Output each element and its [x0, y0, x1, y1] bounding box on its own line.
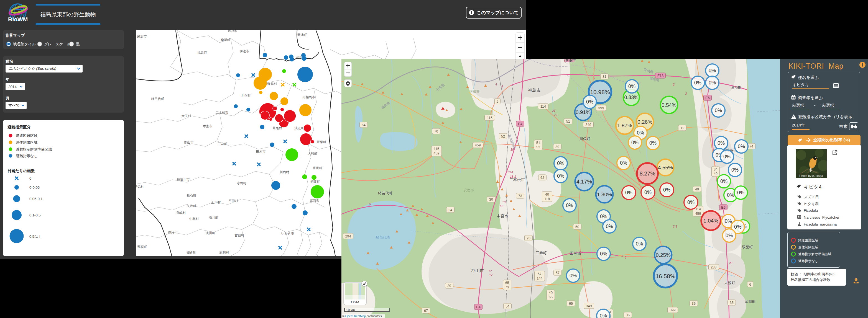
svg-text:福島市: 福島市	[197, 51, 207, 54]
svg-text:0%: 0%	[606, 224, 613, 229]
svg-text:399: 399	[670, 308, 676, 312]
svg-text:114: 114	[540, 105, 546, 108]
svg-text:猪苗代町: 猪苗代町	[151, 97, 164, 101]
svg-text:鮫川村: 鮫川村	[219, 251, 229, 254]
svg-text:本宮市: 本宮市	[203, 125, 213, 128]
svg-text:猪苗代町: 猪苗代町	[378, 191, 393, 195]
svg-text:双葉町: 双葉町	[317, 140, 327, 144]
svg-text:6: 6	[749, 283, 751, 286]
svg-text:石川町: 石川町	[209, 216, 219, 219]
svg-text:51: 51	[536, 141, 540, 145]
svg-text:4: 4	[501, 85, 503, 88]
svg-text:大玉村: 大玉村	[182, 114, 191, 118]
svg-text:0%: 0%	[732, 167, 739, 173]
svg-text:30: 30	[489, 198, 493, 202]
svg-text:那須町: 那須町	[137, 245, 147, 249]
svg-text:0%: 0%	[715, 108, 722, 113]
svg-text:349: 349	[586, 304, 592, 308]
svg-text:0: 0	[29, 176, 31, 180]
svg-text:猪苗代湖: 猪苗代湖	[376, 235, 390, 239]
svg-text:楢葉町: 楢葉町	[310, 180, 320, 183]
svg-text:いわき市: いわき市	[281, 232, 294, 235]
svg-text:17: 17	[488, 270, 492, 273]
svg-text:E4: E4	[476, 305, 480, 309]
svg-text:新地町: 新地町	[732, 85, 742, 90]
svg-text:65: 65	[549, 295, 553, 299]
svg-text:0.05-0.1: 0.05-0.1	[29, 197, 43, 201]
svg-text:棚倉町: 棚倉町	[187, 251, 196, 254]
svg-text:65: 65	[505, 281, 509, 285]
svg-text:36: 36	[626, 313, 630, 317]
svg-text:小野町: 小野町	[237, 182, 247, 185]
svg-text:0.5以上: 0.5以上	[29, 235, 41, 239]
svg-text:0%: 0%	[717, 140, 725, 146]
svg-text:31: 31	[602, 75, 607, 79]
svg-text:54: 54	[505, 305, 509, 308]
svg-text:20: 20	[728, 261, 733, 264]
svg-text:浅川町: 浅川町	[206, 232, 215, 235]
svg-text:0%: 0%	[734, 224, 741, 230]
svg-text:鏡石町: 鏡石町	[187, 194, 196, 197]
svg-text:0%: 0%	[725, 233, 733, 238]
svg-text:3: 3	[685, 92, 687, 95]
svg-text:18: 18	[500, 205, 503, 208]
svg-text:12: 12	[680, 126, 684, 130]
svg-text:0%: 0%	[723, 154, 731, 160]
svg-text:34: 34	[714, 168, 717, 171]
svg-text:黒: 黒	[76, 42, 80, 46]
svg-text:64: 64	[362, 123, 366, 127]
svg-text:0%: 0%	[566, 203, 573, 208]
svg-text:0%: 0%	[663, 187, 671, 192]
svg-text:4.17%: 4.17%	[577, 178, 592, 185]
svg-text:10.98%: 10.98%	[590, 89, 610, 95]
svg-text:0%: 0%	[631, 140, 639, 145]
svg-text:57: 57	[538, 272, 541, 276]
svg-text:0.54%: 0.54%	[661, 102, 677, 108]
svg-text:0%: 0%	[569, 273, 577, 278]
svg-text:57: 57	[556, 271, 560, 275]
svg-text:52: 52	[501, 135, 505, 138]
svg-text:67: 67	[424, 309, 428, 313]
svg-text:泉崎村: 泉崎村	[176, 211, 186, 214]
svg-text:0%: 0%	[628, 83, 636, 89]
svg-text:0%: 0%	[586, 99, 593, 105]
svg-text:17: 17	[489, 274, 493, 277]
svg-text:© OpenStreetMap contributors: © OpenStreetMap contributors	[342, 314, 382, 318]
svg-text:24: 24	[448, 208, 452, 212]
svg-text:0%: 0%	[600, 251, 607, 256]
svg-text:115: 115	[487, 116, 493, 120]
svg-text:73: 73	[518, 194, 522, 198]
svg-text:玉川村: 玉川村	[211, 201, 221, 204]
svg-text:10 km: 10 km	[346, 308, 355, 312]
svg-text:0%: 0%	[737, 190, 744, 196]
svg-text:川俣町: 川俣町	[241, 94, 251, 97]
svg-text:南相馬市: 南相馬市	[302, 96, 315, 99]
svg-text:1.04%: 1.04%	[703, 218, 718, 224]
svg-text:新地町: 新地町	[298, 33, 307, 37]
svg-text:35: 35	[730, 301, 734, 305]
svg-text:52: 52	[536, 145, 540, 149]
svg-text:349: 349	[586, 123, 591, 127]
svg-text:0%: 0%	[727, 192, 734, 198]
svg-text:OSM: OSM	[351, 300, 359, 304]
svg-text:0.25%: 0.25%	[656, 252, 671, 258]
svg-text:須賀川市: 須賀川市	[177, 178, 190, 182]
svg-text:399: 399	[598, 106, 604, 110]
svg-text:国見町: 国見町	[228, 30, 238, 32]
svg-text:74: 74	[749, 144, 753, 148]
svg-text:0%: 0%	[649, 140, 656, 146]
svg-text:49: 49	[695, 187, 699, 191]
svg-text:川俣町: 川俣町	[580, 137, 590, 141]
svg-text:459: 459	[695, 212, 701, 216]
svg-text:伊達市: 伊達市	[564, 59, 576, 63]
svg-text:矢吹町: 矢吹町	[187, 204, 196, 208]
svg-text:0-0.05: 0-0.05	[29, 185, 40, 189]
svg-text:0%: 0%	[694, 80, 702, 85]
svg-text:郡山市: 郡山市	[184, 141, 194, 144]
svg-text:39: 39	[555, 145, 559, 149]
svg-text:0%: 0%	[557, 161, 564, 166]
svg-text:8.27%: 8.27%	[640, 171, 655, 177]
svg-text:0%: 0%	[644, 189, 652, 195]
svg-text:65: 65	[569, 302, 573, 306]
svg-text:郡山市: 郡山市	[471, 268, 484, 273]
